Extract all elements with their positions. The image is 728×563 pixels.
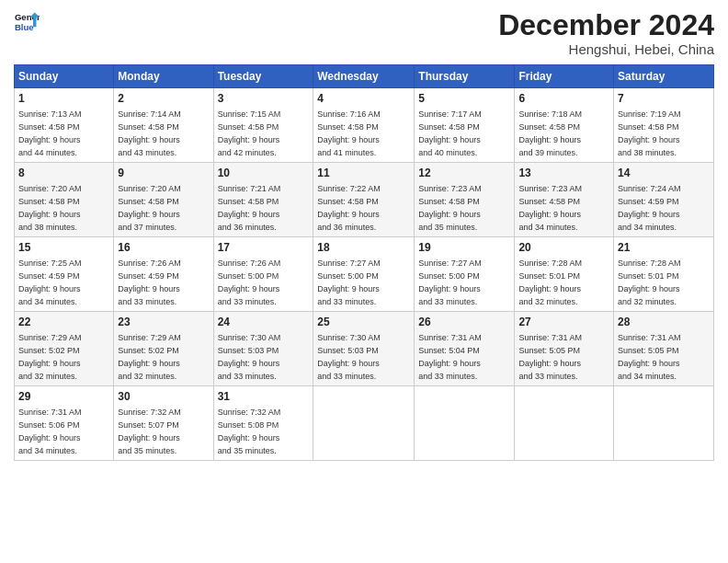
day-number: 30	[118, 389, 209, 405]
day-info: Sunrise: 7:18 AM Sunset: 4:58 PM Dayligh…	[518, 109, 582, 157]
day-number: 15	[18, 240, 109, 256]
weekday-header-tuesday: Tuesday	[213, 65, 313, 88]
calendar-cell	[415, 386, 515, 461]
calendar-cell: 6Sunrise: 7:18 AM Sunset: 4:58 PM Daylig…	[515, 88, 614, 163]
day-info: Sunrise: 7:25 AM Sunset: 4:59 PM Dayligh…	[18, 259, 82, 306]
location-subtitle: Hengshui, Hebei, China	[498, 41, 714, 57]
day-number: 17	[218, 240, 310, 256]
day-info: Sunrise: 7:20 AM Sunset: 4:58 PM Dayligh…	[118, 184, 181, 232]
day-number: 3	[218, 91, 310, 107]
day-number: 8	[18, 166, 109, 181]
day-info: Sunrise: 7:31 AM Sunset: 5:06 PM Dayligh…	[18, 408, 82, 455]
day-info: Sunrise: 7:29 AM Sunset: 5:02 PM Dayligh…	[18, 333, 82, 381]
day-number: 18	[317, 240, 410, 256]
calendar-cell: 20Sunrise: 7:28 AM Sunset: 5:01 PM Dayli…	[515, 237, 614, 312]
day-info: Sunrise: 7:15 AM Sunset: 4:58 PM Dayligh…	[218, 109, 281, 157]
calendar-cell: 15Sunrise: 7:25 AM Sunset: 4:59 PM Dayli…	[15, 237, 114, 312]
page-container: General Blue December 2024 Hengshui, Heb…	[0, 0, 728, 470]
day-info: Sunrise: 7:14 AM Sunset: 4:58 PM Dayligh…	[118, 109, 181, 157]
day-number: 4	[317, 91, 410, 107]
day-number: 23	[118, 315, 209, 330]
day-info: Sunrise: 7:22 AM Sunset: 4:58 PM Dayligh…	[317, 184, 381, 232]
day-number: 20	[518, 240, 609, 256]
day-info: Sunrise: 7:16 AM Sunset: 4:58 PM Dayligh…	[317, 109, 381, 157]
day-info: Sunrise: 7:32 AM Sunset: 5:07 PM Dayligh…	[118, 408, 181, 455]
day-number: 10	[218, 166, 310, 181]
calendar-cell: 19Sunrise: 7:27 AM Sunset: 5:00 PM Dayli…	[415, 237, 515, 312]
calendar-week-2: 8Sunrise: 7:20 AM Sunset: 4:58 PM Daylig…	[15, 163, 714, 237]
calendar-cell: 13Sunrise: 7:23 AM Sunset: 4:58 PM Dayli…	[515, 163, 614, 237]
day-info: Sunrise: 7:29 AM Sunset: 5:02 PM Dayligh…	[118, 333, 181, 381]
day-number: 28	[618, 315, 710, 330]
day-number: 13	[518, 166, 609, 181]
day-number: 14	[618, 166, 710, 181]
calendar-cell: 5Sunrise: 7:17 AM Sunset: 4:58 PM Daylig…	[415, 88, 515, 163]
weekday-header-thursday: Thursday	[415, 65, 515, 88]
logo: General Blue	[14, 9, 40, 35]
day-info: Sunrise: 7:23 AM Sunset: 4:58 PM Dayligh…	[418, 184, 482, 232]
calendar-cell	[515, 386, 614, 461]
day-info: Sunrise: 7:21 AM Sunset: 4:58 PM Dayligh…	[218, 184, 281, 232]
day-number: 29	[18, 389, 109, 405]
calendar-cell: 25Sunrise: 7:30 AM Sunset: 5:03 PM Dayli…	[313, 312, 415, 386]
day-info: Sunrise: 7:28 AM Sunset: 5:01 PM Dayligh…	[618, 259, 681, 306]
calendar-cell: 10Sunrise: 7:21 AM Sunset: 4:58 PM Dayli…	[213, 163, 313, 237]
day-number: 9	[118, 166, 209, 181]
day-number: 24	[218, 315, 310, 330]
weekday-header-monday: Monday	[114, 65, 213, 88]
logo-icon: General Blue	[14, 9, 40, 35]
calendar-cell: 22Sunrise: 7:29 AM Sunset: 5:02 PM Dayli…	[15, 312, 114, 386]
title-block: December 2024 Hengshui, Hebei, China	[498, 9, 714, 57]
calendar-week-4: 22Sunrise: 7:29 AM Sunset: 5:02 PM Dayli…	[15, 312, 714, 386]
day-info: Sunrise: 7:28 AM Sunset: 5:01 PM Dayligh…	[518, 259, 582, 306]
day-info: Sunrise: 7:26 AM Sunset: 5:00 PM Dayligh…	[218, 259, 281, 306]
calendar-cell: 17Sunrise: 7:26 AM Sunset: 5:00 PM Dayli…	[213, 237, 313, 312]
weekday-header-sunday: Sunday	[15, 65, 114, 88]
calendar-cell: 4Sunrise: 7:16 AM Sunset: 4:58 PM Daylig…	[313, 88, 415, 163]
svg-text:Blue: Blue	[15, 22, 34, 32]
day-info: Sunrise: 7:31 AM Sunset: 5:04 PM Dayligh…	[418, 333, 482, 381]
calendar-cell: 29Sunrise: 7:31 AM Sunset: 5:06 PM Dayli…	[15, 386, 114, 461]
day-number: 6	[518, 91, 609, 107]
day-number: 27	[518, 315, 609, 330]
day-info: Sunrise: 7:27 AM Sunset: 5:00 PM Dayligh…	[418, 259, 482, 306]
calendar-cell: 11Sunrise: 7:22 AM Sunset: 4:58 PM Dayli…	[313, 163, 415, 237]
day-info: Sunrise: 7:24 AM Sunset: 4:59 PM Dayligh…	[618, 184, 681, 232]
day-info: Sunrise: 7:30 AM Sunset: 5:03 PM Dayligh…	[218, 333, 281, 381]
day-info: Sunrise: 7:27 AM Sunset: 5:00 PM Dayligh…	[317, 259, 381, 306]
day-info: Sunrise: 7:13 AM Sunset: 4:58 PM Dayligh…	[18, 109, 82, 157]
calendar-cell: 28Sunrise: 7:31 AM Sunset: 5:05 PM Dayli…	[614, 312, 714, 386]
day-info: Sunrise: 7:23 AM Sunset: 4:58 PM Dayligh…	[518, 184, 582, 232]
day-number: 1	[18, 91, 109, 107]
day-number: 7	[618, 91, 710, 107]
calendar-cell: 30Sunrise: 7:32 AM Sunset: 5:07 PM Dayli…	[114, 386, 213, 461]
weekday-header-saturday: Saturday	[614, 65, 714, 88]
day-info: Sunrise: 7:17 AM Sunset: 4:58 PM Dayligh…	[418, 109, 482, 157]
calendar-cell: 23Sunrise: 7:29 AM Sunset: 5:02 PM Dayli…	[114, 312, 213, 386]
calendar-cell: 24Sunrise: 7:30 AM Sunset: 5:03 PM Dayli…	[213, 312, 313, 386]
month-title: December 2024	[498, 9, 714, 41]
calendar-week-5: 29Sunrise: 7:31 AM Sunset: 5:06 PM Dayli…	[15, 386, 714, 461]
header: General Blue December 2024 Hengshui, Heb…	[14, 9, 714, 57]
calendar-cell: 1Sunrise: 7:13 AM Sunset: 4:58 PM Daylig…	[15, 88, 114, 163]
calendar-cell: 3Sunrise: 7:15 AM Sunset: 4:58 PM Daylig…	[213, 88, 313, 163]
day-info: Sunrise: 7:26 AM Sunset: 4:59 PM Dayligh…	[118, 259, 181, 306]
calendar-cell: 27Sunrise: 7:31 AM Sunset: 5:05 PM Dayli…	[515, 312, 614, 386]
day-number: 12	[418, 166, 510, 181]
weekday-header-friday: Friday	[515, 65, 614, 88]
weekday-header-wednesday: Wednesday	[313, 65, 415, 88]
calendar-cell: 21Sunrise: 7:28 AM Sunset: 5:01 PM Dayli…	[614, 237, 714, 312]
day-info: Sunrise: 7:32 AM Sunset: 5:08 PM Dayligh…	[218, 408, 281, 455]
calendar-cell: 18Sunrise: 7:27 AM Sunset: 5:00 PM Dayli…	[313, 237, 415, 312]
day-number: 31	[218, 389, 310, 405]
day-number: 2	[118, 91, 209, 107]
day-number: 5	[418, 91, 510, 107]
calendar-cell: 12Sunrise: 7:23 AM Sunset: 4:58 PM Dayli…	[415, 163, 515, 237]
day-number: 11	[317, 166, 410, 181]
calendar-cell: 9Sunrise: 7:20 AM Sunset: 4:58 PM Daylig…	[114, 163, 213, 237]
day-info: Sunrise: 7:20 AM Sunset: 4:58 PM Dayligh…	[18, 184, 82, 232]
calendar-week-1: 1Sunrise: 7:13 AM Sunset: 4:58 PM Daylig…	[15, 88, 714, 163]
calendar-cell	[313, 386, 415, 461]
day-number: 21	[618, 240, 710, 256]
day-info: Sunrise: 7:30 AM Sunset: 5:03 PM Dayligh…	[317, 333, 381, 381]
